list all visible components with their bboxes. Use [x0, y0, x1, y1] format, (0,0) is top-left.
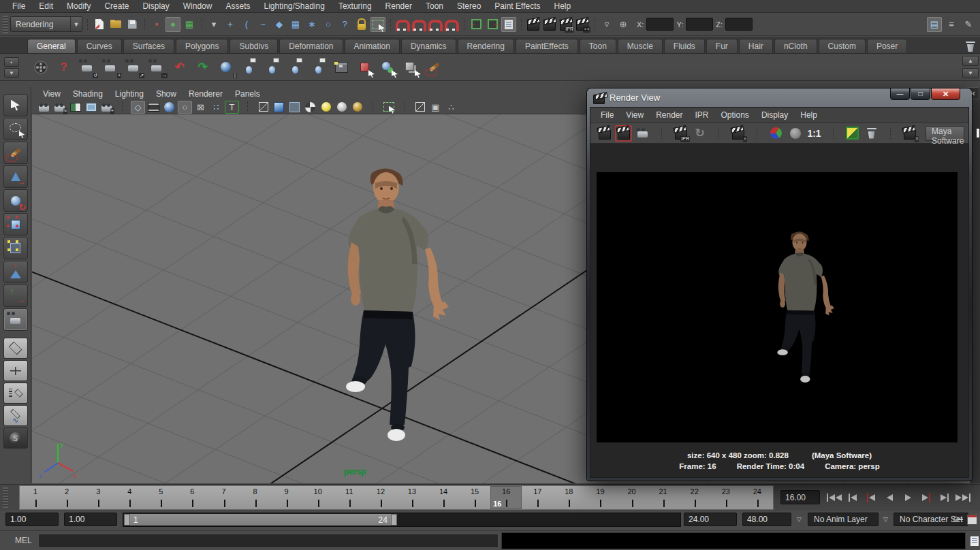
y-coordinate-field[interactable]	[686, 18, 713, 31]
range-end-handle[interactable]	[391, 514, 397, 525]
timeline-frame-17[interactable]: 17	[522, 486, 553, 509]
animation-start-field[interactable]	[5, 513, 59, 526]
viewport-menu-shading[interactable]: Shading	[67, 89, 109, 99]
projector-icon[interactable]	[30, 56, 51, 78]
custom-layout-button[interactable]	[3, 427, 28, 449]
menu-item-assets[interactable]: Assets	[219, 1, 257, 11]
rotate-tool[interactable]	[3, 189, 28, 212]
menu-item-file[interactable]: File	[5, 1, 32, 11]
rgb-channels-icon[interactable]	[768, 125, 785, 142]
menu-item-modify[interactable]: Modify	[60, 1, 97, 11]
mask-deformers-icon[interactable]: ∗	[304, 17, 319, 32]
redo-icon[interactable]: ↷	[192, 56, 213, 78]
shelf-tab-deformation[interactable]: Deformation	[279, 39, 343, 53]
mask-dropdown-icon[interactable]: ▾	[206, 17, 221, 32]
go-to-end-button[interactable]	[954, 489, 972, 506]
timeline-frame-22[interactable]: 22	[679, 486, 710, 509]
tool-settings-icon[interactable]: ≡	[944, 17, 959, 32]
create-set-icon[interactable]	[238, 56, 259, 78]
shelf-tab-fluids[interactable]: Fluids	[664, 39, 705, 53]
keep-image-icon[interactable]	[844, 125, 861, 142]
command-output[interactable]	[501, 532, 966, 549]
persp-outliner-layout-button[interactable]	[3, 383, 28, 404]
shelf-tab-ncloth[interactable]: nCloth	[774, 39, 817, 53]
universal-manipulator-tool[interactable]	[3, 237, 28, 259]
mel-input[interactable]	[38, 534, 499, 548]
select-all-by-type-icon[interactable]	[354, 56, 375, 78]
viewport-menu-view[interactable]: View	[37, 89, 67, 99]
snap-to-grids-icon[interactable]	[395, 17, 410, 32]
shelf-tab-rendering[interactable]: Rendering	[458, 39, 514, 53]
playback-end-field[interactable]	[684, 513, 737, 526]
open-render-view-icon[interactable]	[526, 17, 541, 32]
shelf-tab-subdivs[interactable]: Subdivs	[230, 39, 278, 53]
viewport-menu-renderer[interactable]: Renderer	[183, 89, 229, 99]
camera-dolly-icon[interactable]: →	[146, 56, 167, 78]
timeline-frame-7[interactable]: 7	[208, 486, 239, 509]
symmetry-dropdown-icon[interactable]: ▿	[599, 17, 614, 32]
camera-pan-icon[interactable]: +	[99, 56, 121, 78]
refresh-ipr-icon[interactable]: ↻	[691, 125, 708, 142]
timeline-frame-12[interactable]: 12	[365, 486, 396, 509]
redo-previous-render-icon[interactable]	[615, 125, 632, 142]
timeline-frame-6[interactable]: 6	[176, 486, 208, 509]
timeline-frame-4[interactable]: 4	[114, 486, 145, 509]
timeline-frame-5[interactable]: 5	[145, 486, 176, 509]
render-view-menu-ipr[interactable]: IPR	[689, 110, 715, 120]
all-lights-icon[interactable]	[350, 101, 364, 114]
shelf-tab-muscle[interactable]: Muscle	[618, 39, 663, 53]
shelf-tab-painteffects[interactable]: PaintEffects	[516, 39, 578, 53]
playback-start-field[interactable]	[64, 513, 117, 526]
timeline-frame-9[interactable]: 9	[271, 486, 302, 509]
menu-item-texturing[interactable]: Texturing	[332, 1, 379, 11]
step-back-key-button[interactable]	[862, 489, 880, 506]
shelf-tab-animation[interactable]: Animation	[345, 39, 400, 53]
shelf-tab-custom[interactable]: Custom	[819, 39, 866, 53]
mask-dynamics-icon[interactable]: ○	[321, 17, 336, 32]
select-template-icon[interactable]	[400, 56, 422, 78]
mask-lines-icon[interactable]: ~	[255, 17, 270, 32]
timeline-frame-8[interactable]: 8	[240, 486, 271, 509]
alpha-channel-icon[interactable]	[787, 125, 804, 142]
shelf-tab-surfaces[interactable]: Surfaces	[123, 39, 174, 53]
render-view-menu-display[interactable]: Display	[755, 110, 794, 120]
timeline-frame-3[interactable]: 3	[82, 486, 114, 509]
timeline-ruler[interactable]: 1234567891011121314151616171819202122232…	[19, 485, 774, 510]
smooth-shade-icon[interactable]	[272, 101, 286, 114]
paint-effects-icon[interactable]	[424, 56, 445, 78]
step-forward-frame-button[interactable]	[936, 489, 953, 506]
mask-curves-icon[interactable]: (	[239, 17, 254, 32]
move-tool[interactable]	[3, 165, 28, 188]
shelf-tab-dynamics[interactable]: Dynamics	[401, 39, 456, 53]
paint-selection-tool[interactable]	[3, 142, 28, 164]
timeline-frame-18[interactable]: 18	[553, 486, 584, 509]
step-forward-key-button[interactable]	[917, 489, 935, 506]
menu-item-create[interactable]: Create	[97, 1, 136, 11]
menu-item-lighting-shading[interactable]: Lighting/Shading	[257, 1, 331, 11]
help-icon[interactable]: ?	[53, 56, 74, 78]
range-start-handle[interactable]	[124, 514, 130, 525]
camera-orbit-icon[interactable]: ↺	[76, 56, 97, 78]
ipr-render-icon[interactable]: IPR	[558, 17, 573, 32]
snap-to-points-icon[interactable]	[428, 17, 443, 32]
timeline-frame-1[interactable]: 1	[20, 486, 51, 509]
maximize-button[interactable]: □	[911, 88, 930, 100]
new-scene-icon[interactable]	[92, 17, 107, 32]
shelf-tab-polygons[interactable]: Polygons	[176, 39, 228, 53]
mask-points-icon[interactable]: +	[223, 17, 238, 32]
pause-ipr-icon[interactable]	[972, 125, 980, 142]
lock-selection-icon[interactable]	[354, 17, 369, 32]
snapshot-icon[interactable]	[634, 125, 651, 142]
select-component-mask-icon[interactable]: ▦	[182, 17, 197, 32]
shelf-tab-general[interactable]: General	[27, 39, 76, 53]
render-current-frame-icon[interactable]	[542, 17, 557, 32]
isolate-select-icon[interactable]	[381, 101, 396, 114]
mask-surfaces-icon[interactable]: ◆	[272, 17, 287, 32]
render-view-titlebar[interactable]: Render View —□✕	[587, 88, 972, 107]
four-pane-layout-button[interactable]	[3, 360, 28, 381]
timeline-frame-23[interactable]: 23	[710, 486, 742, 509]
mask-misc-icon[interactable]: ?	[337, 17, 352, 32]
shelf-tab-menu-button[interactable]: ▼	[4, 68, 19, 78]
open-scene-icon[interactable]	[108, 17, 123, 32]
step-back-frame-button[interactable]	[844, 489, 862, 506]
